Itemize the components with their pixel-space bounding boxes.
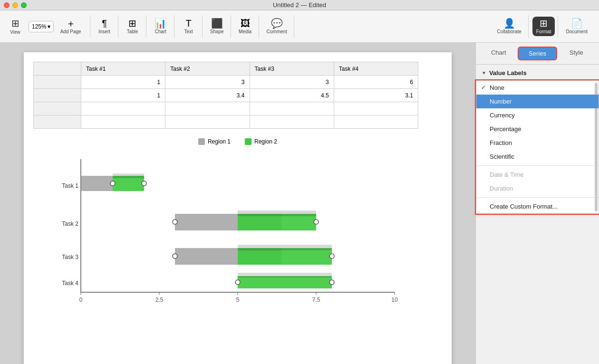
value-labels-dropdown: None Number Currency Percentage Fraction xyxy=(476,80,599,214)
chart-legend: Region 1 Region 2 xyxy=(33,138,442,145)
svg-point-19 xyxy=(110,181,115,186)
svg-text:2.5: 2.5 xyxy=(155,297,164,303)
window-title: Untitled 2 — Edited xyxy=(273,1,326,9)
dropdown-item-fraction[interactable]: Fraction xyxy=(476,136,599,150)
svg-point-33 xyxy=(235,280,240,285)
svg-text:Task 4: Task 4 xyxy=(62,280,78,287)
svg-point-20 xyxy=(142,181,146,186)
table-cell[interactable] xyxy=(81,102,165,115)
svg-text:Task 1: Task 1 xyxy=(62,182,78,189)
table-cell[interactable] xyxy=(165,115,250,129)
svg-text:Task 2: Task 2 xyxy=(62,220,78,227)
dropdown-item-none[interactable]: None xyxy=(476,81,599,95)
insert-button[interactable]: ¶ Insert xyxy=(94,17,115,36)
legend-color-region2 xyxy=(245,138,251,145)
dropdown-item-datetime: Date & Time xyxy=(476,168,599,182)
comment-group: 💬 Comment xyxy=(260,15,294,38)
table-cell[interactable]: 3.4 xyxy=(165,89,250,102)
traffic-lights xyxy=(4,2,27,8)
svg-rect-28 xyxy=(238,245,332,250)
zoom-control[interactable]: 125% ▾ xyxy=(29,21,54,32)
media-button[interactable]: 🖼 Media xyxy=(235,17,256,36)
media-group: 🖼 Media xyxy=(232,15,259,38)
document-icon: 📄 xyxy=(571,19,583,28)
toolbar: ⊞ View 125% ▾ ＋ Add Page ¶ Insert ⊞ Tabl… xyxy=(0,10,599,43)
svg-point-29 xyxy=(173,254,177,259)
dropdown-item-scientific[interactable]: Scientific xyxy=(476,150,599,163)
text-toolbar-button[interactable]: T Text xyxy=(178,17,199,36)
value-labels-section: ▼ Value Labels None Number Currency xyxy=(476,65,599,214)
chevron-down-icon: ▾ xyxy=(48,23,50,30)
chart-toolbar-button[interactable]: 📊 Chart xyxy=(150,17,171,36)
collaborate-button[interactable]: 👤 Collaborate xyxy=(493,17,525,36)
tab-style[interactable]: Style xyxy=(557,47,595,60)
svg-text:7.5: 7.5 xyxy=(312,297,320,303)
dropdown-item-custom-format[interactable]: Create Custom Format... xyxy=(476,200,599,213)
tab-chart[interactable]: Chart xyxy=(480,47,518,60)
minimize-button[interactable] xyxy=(12,2,18,8)
table-cell[interactable]: 3 xyxy=(250,76,334,89)
table-row xyxy=(34,102,418,115)
data-table: Task #1 Task #2 Task #3 Task #4 1 3 3 6 xyxy=(33,62,418,129)
svg-text:0: 0 xyxy=(79,297,83,303)
table-cell[interactable] xyxy=(165,102,250,115)
table-header-task1: Task #1 xyxy=(81,62,165,76)
insert-icon: ¶ xyxy=(102,19,107,28)
svg-text:Task 3: Task 3 xyxy=(62,254,78,260)
dropdown-separator-2 xyxy=(476,197,599,198)
table-row: 1 3.4 4.5 3.1 xyxy=(34,89,418,102)
table-cell[interactable] xyxy=(250,102,334,115)
svg-rect-27 xyxy=(238,248,332,265)
format-icon: ⊞ xyxy=(540,19,548,28)
view-button[interactable]: ⊞ View xyxy=(5,17,26,37)
dropdown-item-percentage[interactable]: Percentage xyxy=(476,122,599,136)
add-page-button[interactable]: ＋ Add Page xyxy=(57,17,85,36)
text-toolbar-group: T Text xyxy=(175,15,203,38)
shape-icon: ⬛ xyxy=(211,19,223,28)
table-cell[interactable] xyxy=(334,102,418,115)
comment-button[interactable]: 💬 Comment xyxy=(263,17,291,36)
svg-rect-32 xyxy=(238,273,332,278)
dropdown-item-currency[interactable]: Currency xyxy=(476,108,599,122)
maximize-button[interactable] xyxy=(21,2,27,8)
shape-group: ⬛ Shape xyxy=(203,15,231,38)
media-icon: 🖼 xyxy=(241,19,250,28)
shape-button[interactable]: ⬛ Shape xyxy=(206,17,228,36)
table-cell[interactable]: 1 xyxy=(81,89,165,102)
close-button[interactable] xyxy=(4,2,10,8)
chart-toolbar-icon: 📊 xyxy=(155,19,166,28)
format-button[interactable]: ⊞ Format xyxy=(532,17,555,36)
dropdown-item-duration: Duration xyxy=(476,182,599,195)
tab-series[interactable]: Series xyxy=(518,47,558,60)
view-icon: ⊞ xyxy=(11,19,19,28)
svg-point-24 xyxy=(173,220,177,224)
text-toolbar-icon: T xyxy=(186,19,192,28)
table-cell[interactable] xyxy=(81,115,165,129)
table-cell[interactable]: 3 xyxy=(165,76,250,89)
svg-rect-18 xyxy=(113,173,144,178)
table-cell[interactable] xyxy=(250,115,334,129)
svg-text:10: 10 xyxy=(391,297,398,303)
dropdown-item-number[interactable]: Number xyxy=(476,95,599,108)
table-cell[interactable]: 1 xyxy=(81,76,165,89)
legend-region1: Region 1 xyxy=(198,138,231,145)
collaborate-icon: 👤 xyxy=(503,19,515,28)
table-corner xyxy=(34,62,81,76)
comment-icon: 💬 xyxy=(271,19,283,28)
value-labels-header: ▼ Value Labels xyxy=(476,65,599,80)
table-header-task4: Task #4 xyxy=(334,62,418,76)
chart-area: 0 2.5 5 7.5 10 Task 1 Task 2 T xyxy=(33,150,418,311)
document-button[interactable]: 📄 Document xyxy=(562,17,591,36)
canvas-area[interactable]: Task #1 Task #2 Task #3 Task #4 1 3 3 6 xyxy=(0,43,475,364)
table-button[interactable]: ⊞ Table xyxy=(122,17,143,36)
table-cell[interactable] xyxy=(334,115,418,129)
table-header-task2: Task #2 xyxy=(165,62,250,76)
chart-toolbar-group: 📊 Chart xyxy=(147,15,174,38)
titlebar: Untitled 2 — Edited xyxy=(0,0,599,10)
toolbar-left-group: ⊞ View 125% ▾ ＋ Add Page xyxy=(5,15,90,38)
svg-point-34 xyxy=(329,280,334,285)
table-cell[interactable]: 6 xyxy=(334,76,418,89)
collaborate-group: 👤 Collaborate xyxy=(491,15,529,38)
table-cell[interactable]: 4.5 xyxy=(250,89,334,102)
table-cell[interactable]: 3.1 xyxy=(334,89,418,102)
